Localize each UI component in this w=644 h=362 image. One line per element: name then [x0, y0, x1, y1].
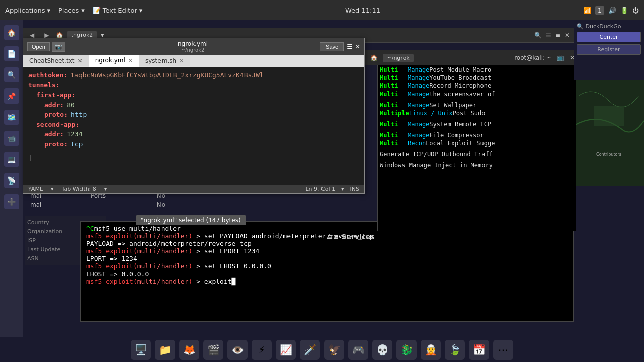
list-item: Multi Manage Record Microphone	[380, 82, 574, 90]
msf-list-window: Multi Manage DbVisualizer Query Multi Ma…	[377, 55, 576, 231]
taskbar-skull[interactable]: 💀	[372, 340, 392, 360]
code-key-addr1: addr:	[44, 100, 64, 110]
list-item: Multi Manage YouTube Broadcast	[380, 74, 574, 82]
taskbar-eagle[interactable]: 🦅	[324, 340, 344, 360]
fm-user: root@kali: ~	[514, 54, 552, 61]
statusbar-right: Ln 9, Col 1 ▾ INS	[305, 186, 359, 192]
taskbar-grid[interactable]: ⋯	[493, 340, 513, 360]
taskbar-calendar[interactable]: 📅	[469, 340, 489, 360]
save-button[interactable]: Save	[320, 42, 344, 51]
editor-open-btn[interactable]: Open 📷	[27, 42, 65, 52]
fm-path: ~/ngrok	[383, 54, 413, 62]
tab-cheatsheet-close[interactable]: ✕	[77, 58, 82, 64]
places-menu[interactable]: Places ▾	[58, 7, 85, 14]
taskbar-dragon[interactable]: 🐉	[396, 340, 417, 360]
tab-systemsh-close[interactable]: ✕	[179, 58, 184, 64]
sidebar-pin[interactable]: 📌	[4, 88, 19, 104]
code-key-tunnels: tunnels:	[28, 81, 60, 89]
tab-ngrokyml[interactable]: ngrok.yml ✕	[89, 55, 139, 67]
code-key-authtoken: authtoken:	[28, 70, 67, 80]
taskbar-sword[interactable]: 🗡️	[300, 340, 320, 360]
search-icon[interactable]: 🔍	[534, 32, 542, 39]
code-val-proto2: tcp	[71, 139, 83, 149]
sidebar-terminal[interactable]: 💻	[4, 152, 19, 167]
terminal-line-7: LHOST => 0.0.0.0	[86, 270, 568, 278]
code-key-firstapp: first-app:	[36, 91, 75, 99]
open-button[interactable]: Open	[27, 42, 50, 51]
text-editor-menu[interactable]: 📝 Text Editor ▾	[93, 7, 142, 14]
svg-rect-1	[594, 106, 624, 126]
tab-ngrokyml-label: ngrok.yml	[95, 57, 125, 64]
close-button[interactable]: ✕	[355, 43, 360, 50]
list-item: Multi Recon Local Exploit Sugge	[380, 139, 574, 147]
list-item: Multi Manage the screensaver of	[380, 90, 574, 98]
volume-icon: 🔊	[608, 7, 616, 14]
taskbar-files[interactable]: 📁	[155, 340, 175, 360]
taskbar: 🖥️ 📁 🦊 🎬 👁️ ⚡ 📈 🗡️ 🦅 🎮 💀 🐉 🧝 🍃 📅 ⋯	[0, 337, 644, 362]
sidebar-home[interactable]: 🏠	[4, 25, 19, 40]
taskbar-leaf[interactable]: 🍃	[445, 340, 465, 360]
center-button[interactable]: Center	[577, 32, 641, 42]
lang-label[interactable]: YAML	[28, 186, 43, 192]
view-icon[interactable]: ☰	[546, 32, 551, 39]
fm-home-icon: 🏠	[370, 54, 378, 61]
taskbar-game[interactable]: 🎮	[348, 340, 368, 360]
taskbar-media[interactable]: 🎬	[203, 340, 223, 360]
list-item: Multi Manage System Remote TCP	[380, 120, 574, 128]
sidebar-map[interactable]: 🗺️	[4, 110, 19, 125]
taskbar-elf[interactable]: 🧝	[421, 340, 441, 360]
applications-label: Applications	[5, 7, 45, 14]
code-key-proto1: proto:	[44, 110, 68, 120]
tab-systemsh[interactable]: system.sh ✕	[139, 55, 190, 66]
tab-ngrokyml-close[interactable]: ✕	[128, 57, 133, 64]
battery-icon: 🔋	[620, 7, 628, 14]
menu-icon[interactable]: ≡	[555, 32, 560, 39]
text-editor-label: Text Editor	[103, 7, 137, 14]
code-val-authtoken: 1aqbc9uWspGKbFfCYsWtbpAIDLB_2xrzgKUCg5AL…	[70, 70, 264, 80]
power-icon: ⏻	[632, 7, 639, 14]
applications-menu[interactable]: Applications ▾	[5, 7, 50, 14]
taskbar-stats[interactable]: 📈	[276, 340, 296, 360]
list-item: Generate TCP/UDP Outbound Traff	[380, 150, 574, 158]
code-key-proto2: proto:	[44, 139, 68, 149]
places-label: Places	[58, 7, 79, 14]
list-item: Multi Manage Set Wallpaper	[380, 101, 574, 109]
open-icon: 📷	[52, 42, 65, 52]
clock: Wed 11:11	[152, 7, 573, 14]
left-sidebar: 🏠 📄 🔍 📌 🗺️ 📹 💻 📡 ➕	[0, 20, 23, 342]
taskbar-lightning[interactable]: ⚡	[252, 340, 272, 360]
fm-nav: ◀ ▶ 🏠 ~/ngrok root@kali: ~ 📺 ✕	[347, 50, 579, 65]
svg-text:Contributors: Contributors	[596, 152, 621, 157]
sidebar-search[interactable]: 🔍	[4, 67, 19, 82]
close-icon[interactable]: ✕	[565, 32, 570, 39]
cursor: |	[28, 154, 32, 161]
taskbar-terminal[interactable]: 🖥️	[131, 340, 151, 360]
code-key-addr2: addr:	[44, 129, 64, 139]
sidebar-files[interactable]: 📄	[4, 46, 19, 61]
tabwidth-label[interactable]: Tab Width: 8	[62, 186, 96, 192]
sidebar-add[interactable]: ➕	[4, 194, 19, 209]
terminal-line-5: LPORT => 1234	[86, 255, 568, 262]
menu-button[interactable]: ☰	[347, 43, 352, 50]
services-label: ≡≡ Services	[327, 233, 375, 241]
taskbar-eye[interactable]: 👁️	[227, 340, 248, 360]
places-arrow: ▾	[81, 7, 85, 14]
network-icon: 📶	[583, 7, 591, 14]
editor-content[interactable]: authtoken: 1aqbc9uWspGKbFfCYsWtbpAIDLB_2…	[23, 67, 364, 185]
right-panel: 🔍 DuckDuckGo Center Register	[574, 20, 644, 80]
position-arrow: ▾	[341, 186, 344, 192]
terminal-line-4: msf5 exploit(multi/handler) > set LPORT …	[86, 247, 568, 255]
editor-tabs: CheatSheet.txt ✕ ngrok.yml ✕ system.sh ✕	[23, 55, 364, 67]
position-label: Ln 9, Col 1	[305, 186, 335, 192]
sidebar-wifi[interactable]: 📡	[4, 173, 19, 188]
mode-label: INS	[350, 186, 359, 192]
code-val-addr2: 1234	[67, 129, 83, 139]
tab-cheatsheet[interactable]: CheatSheet.txt ✕	[23, 55, 89, 66]
taskbar-firefox[interactable]: 🦊	[179, 340, 199, 360]
editor-title: ngrok.yml ~/ngrok2	[65, 40, 320, 53]
sidebar-video[interactable]: 📹	[4, 131, 19, 146]
editor-window: Open 📷 ngrok.yml ~/ngrok2 Save ☰ ✕ Cheat…	[23, 38, 365, 194]
list-item: Multiple Linux / Unix Post Sudo	[380, 109, 574, 117]
register-button[interactable]: Register	[577, 44, 641, 55]
num-badge: 1	[595, 6, 604, 15]
